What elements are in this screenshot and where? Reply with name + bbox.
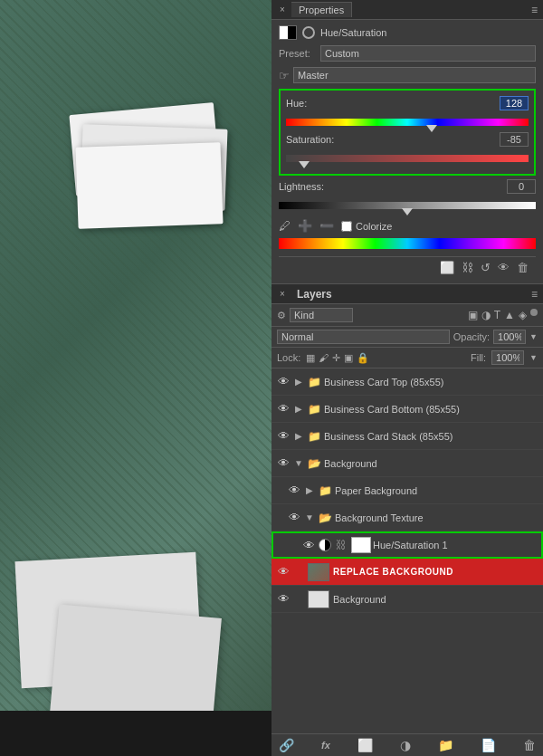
layer-row[interactable]: 👁 ▶ 📁 Business Card Bottom (85x55) [272,396,543,423]
properties-title-tab: Properties [291,2,352,17]
link-layers-icon[interactable]: 🔗 [279,738,294,752]
visibility-icon[interactable]: 👁 [286,511,302,524]
visibility-icon[interactable]: 👁 [275,564,291,579]
lock-transparent-icon[interactable]: ▦ [306,352,315,364]
saturation-value[interactable]: -85 [500,132,529,147]
visibility-icon[interactable]: 👁 [275,375,291,388]
lightness-slider-container[interactable] [279,197,536,214]
photo-canvas [0,0,272,756]
properties-menu-icon[interactable]: ≡ [531,4,538,16]
lock-all-icon[interactable]: 🔒 [357,352,369,364]
folder-icon: 📁 [306,403,322,416]
layer-name: Paper Background [335,485,539,496]
visibility-icon[interactable]: 👁 [275,592,291,606]
layer-row[interactable]: 👁 ▶ 📁 Paper Background [272,477,543,504]
layer-row[interactable]: 👁 Background [272,586,543,613]
layers-panel-header: × Layers ≡ [272,284,543,304]
layer-thumbnail [308,590,329,608]
chain-icon[interactable]: ⛓ [462,261,473,274]
filter-type-icon[interactable]: T [494,309,500,321]
envelope-2 [50,604,222,726]
collapse-arrow-icon[interactable]: ▶ [293,431,304,441]
properties-panel-header: × Properties ≡ [272,0,543,20]
hue-value[interactable]: 128 [500,96,529,110]
layers-filter-row: ⚙ Kind Name Effect Mode Attribute Color … [272,304,543,327]
layers-list: 👁 ▶ 📁 Business Card Top (85x55) 👁 ▶ 📁 Bu… [272,368,543,733]
hue-slider-track [286,119,529,126]
layers-menu-icon[interactable]: ≡ [531,288,538,301]
colorize-checkbox[interactable] [341,221,352,232]
layer-name: Hue/Saturation 1 [373,540,538,550]
collapse-arrow-icon[interactable]: ▶ [293,404,304,414]
right-panel: × Properties ≡ Hue/Saturation Preset: Cu… [272,0,543,756]
layer-row[interactable]: 👁 ▼ 📂 Background [272,450,543,477]
saturation-slider-thumb[interactable] [299,161,310,168]
history-icon[interactable]: ↺ [481,261,491,274]
add-mask-icon[interactable]: ⬜ [357,738,373,752]
filter-kind-dropdown[interactable]: Kind Name Effect Mode Attribute Color Sm… [290,308,353,322]
visibility-icon[interactable]: 👁 [275,429,291,443]
filter-adj-icon[interactable]: ◑ [481,309,491,321]
lock-label: Lock: [277,352,300,363]
layer-name: Background [333,594,539,605]
folder-icon: 📁 [306,376,322,388]
business-card-3 [75,142,223,229]
eyedropper-minus-icon[interactable]: ➖ [319,219,334,233]
saturation-label: Saturation: [286,134,345,145]
lock-icons-group: ▦ 🖌 ✛ ▣ 🔒 [306,352,369,364]
rainbow-bar [279,238,536,249]
mask-add-icon[interactable]: ⬜ [440,261,454,274]
filter-pixel-icon[interactable]: ▣ [468,309,478,321]
delete-layer-icon[interactable]: 🗑 [523,738,536,752]
filter-shape-icon[interactable]: ▲ [504,309,515,321]
collapse-arrow-icon[interactable]: ▼ [304,512,315,522]
new-layer-icon[interactable]: 📄 [481,738,496,752]
lock-paint-icon[interactable]: 🖌 [319,352,329,364]
properties-header-left: × Properties [277,2,352,17]
opacity-dropdown-arrow[interactable]: ▼ [529,332,538,341]
fill-input[interactable] [491,350,524,365]
hs-circle-icon [302,26,315,39]
collapse-arrow-icon[interactable]: ▼ [293,458,304,468]
clip-mask-icon: ⛓ [335,539,348,551]
fill-label: Fill: [471,352,486,363]
hue-slider-thumb[interactable] [426,125,437,132]
collapse-arrow-icon[interactable]: ▶ [304,485,315,495]
visibility-icon[interactable]: 👁 [275,402,291,416]
master-dropdown[interactable]: Master Reds Yellows Greens Cyans Blues M… [293,67,536,83]
lock-artboard-icon[interactable]: ▣ [344,352,353,364]
layer-row[interactable]: 👁 REPLACE BACKGROUND [272,559,543,586]
visibility-icon[interactable]: 👁 [286,483,302,497]
hue-label: Hue: [286,98,345,109]
lock-fill-row: Lock: ▦ 🖌 ✛ ▣ 🔒 Fill: ▼ [272,348,543,368]
eyedropper-icon[interactable]: 🖊 [279,219,291,233]
lightness-row: Lightness: 0 [279,179,536,194]
new-adjustment-icon[interactable]: ◑ [400,738,411,752]
new-group-icon[interactable]: 📁 [438,738,453,752]
visibility-icon[interactable]: 👁 [300,539,317,552]
preset-row: Preset: Custom Default [279,45,536,62]
filter-smartobj-icon[interactable]: ◈ [519,309,527,321]
fill-dropdown-arrow[interactable]: ▼ [529,353,538,362]
eyedropper-plus-icon[interactable]: ➕ [298,219,312,233]
visibility-icon[interactable]: 👁 [275,456,291,470]
delete-icon[interactable]: 🗑 [517,261,529,274]
layer-name: Business Card Top (85x55) [324,377,539,388]
lightness-slider-thumb[interactable] [402,208,413,215]
visibility-eye-icon[interactable]: 👁 [498,261,510,274]
preset-dropdown[interactable]: Custom Default [320,45,536,62]
opacity-input[interactable] [493,330,526,344]
fx-icon[interactable]: fx [321,740,330,751]
layer-row[interactable]: 👁 ⛓ Hue/Saturation 1 [272,531,543,559]
layer-row[interactable]: 👁 ▶ 📁 Business Card Top (85x55) [272,368,543,396]
lock-move-icon[interactable]: ✛ [332,352,340,364]
lightness-value[interactable]: 0 [507,179,536,194]
layer-row[interactable]: 👁 ▶ 📁 Business Card Stack (85x55) [272,423,543,450]
layer-row[interactable]: 👁 ▼ 📂 Background Texture [272,504,543,531]
layers-close-button[interactable]: × [277,289,288,300]
hue-slider-container[interactable] [286,114,529,130]
properties-close-button[interactable]: × [277,5,288,15]
blend-mode-dropdown[interactable]: Normal Dissolve Multiply Screen Overlay [277,330,450,344]
collapse-arrow-icon[interactable]: ▶ [293,377,304,387]
saturation-slider-container[interactable] [286,150,529,167]
